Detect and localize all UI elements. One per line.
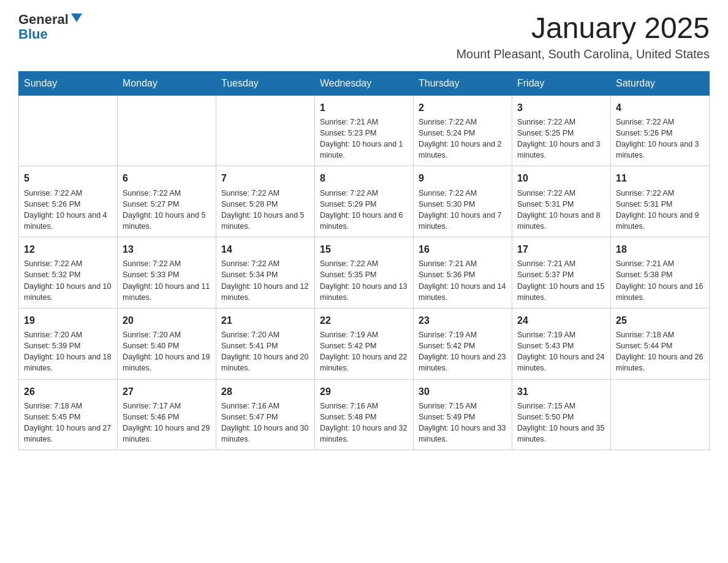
week-row-4: 19Sunrise: 7:20 AM Sunset: 5:39 PM Dayli… — [19, 308, 710, 379]
day-info: Sunrise: 7:22 AM Sunset: 5:24 PM Dayligh… — [419, 118, 502, 159]
day-cell: 23Sunrise: 7:19 AM Sunset: 5:42 PM Dayli… — [414, 308, 512, 379]
day-cell — [118, 95, 216, 166]
day-cell: 4Sunrise: 7:22 AM Sunset: 5:26 PM Daylig… — [611, 95, 710, 166]
month-title: January 2025 — [456, 12, 710, 45]
header-wednesday: Wednesday — [315, 71, 414, 95]
day-cell: 12Sunrise: 7:22 AM Sunset: 5:32 PM Dayli… — [19, 237, 118, 308]
day-number: 20 — [123, 313, 211, 327]
day-number: 31 — [517, 385, 605, 399]
day-number: 25 — [616, 313, 704, 327]
day-number: 15 — [320, 242, 408, 256]
day-number: 26 — [24, 385, 112, 399]
day-info: Sunrise: 7:17 AM Sunset: 5:46 PM Dayligh… — [123, 402, 210, 443]
day-number: 24 — [517, 313, 605, 327]
day-info: Sunrise: 7:22 AM Sunset: 5:31 PM Dayligh… — [616, 189, 699, 231]
day-info: Sunrise: 7:19 AM Sunset: 5:42 PM Dayligh… — [320, 331, 407, 372]
day-cell: 28Sunrise: 7:16 AM Sunset: 5:47 PM Dayli… — [216, 379, 315, 450]
day-cell: 7Sunrise: 7:22 AM Sunset: 5:28 PM Daylig… — [216, 166, 315, 237]
day-info: Sunrise: 7:22 AM Sunset: 5:33 PM Dayligh… — [123, 259, 210, 301]
day-cell: 9Sunrise: 7:22 AM Sunset: 5:30 PM Daylig… — [414, 166, 512, 237]
day-cell: 2Sunrise: 7:22 AM Sunset: 5:24 PM Daylig… — [414, 95, 512, 166]
day-cell: 25Sunrise: 7:18 AM Sunset: 5:44 PM Dayli… — [611, 308, 710, 379]
day-cell: 13Sunrise: 7:22 AM Sunset: 5:33 PM Dayli… — [118, 237, 216, 308]
day-number: 8 — [320, 171, 408, 185]
header-saturday: Saturday — [611, 71, 710, 95]
day-info: Sunrise: 7:20 AM Sunset: 5:41 PM Dayligh… — [221, 331, 308, 372]
header-friday: Friday — [512, 71, 611, 95]
day-info: Sunrise: 7:21 AM Sunset: 5:37 PM Dayligh… — [517, 259, 604, 301]
day-number: 29 — [320, 385, 408, 399]
day-number: 21 — [221, 313, 309, 327]
day-number: 10 — [517, 171, 605, 185]
day-info: Sunrise: 7:16 AM Sunset: 5:47 PM Dayligh… — [221, 402, 308, 443]
day-info: Sunrise: 7:20 AM Sunset: 5:40 PM Dayligh… — [123, 331, 210, 372]
week-row-3: 12Sunrise: 7:22 AM Sunset: 5:32 PM Dayli… — [19, 237, 710, 308]
day-info: Sunrise: 7:22 AM Sunset: 5:32 PM Dayligh… — [24, 259, 111, 301]
week-row-1: 1Sunrise: 7:21 AM Sunset: 5:23 PM Daylig… — [19, 95, 710, 166]
day-cell: 29Sunrise: 7:16 AM Sunset: 5:48 PM Dayli… — [315, 379, 414, 450]
day-info: Sunrise: 7:22 AM Sunset: 5:34 PM Dayligh… — [221, 259, 308, 301]
day-cell: 5Sunrise: 7:22 AM Sunset: 5:26 PM Daylig… — [19, 166, 118, 237]
day-number: 19 — [24, 313, 112, 327]
week-row-5: 26Sunrise: 7:18 AM Sunset: 5:45 PM Dayli… — [19, 379, 710, 450]
day-number: 18 — [616, 242, 704, 256]
title-area: January 2025 Mount Pleasant, South Carol… — [456, 12, 710, 61]
day-info: Sunrise: 7:18 AM Sunset: 5:45 PM Dayligh… — [24, 402, 111, 443]
day-info: Sunrise: 7:22 AM Sunset: 5:35 PM Dayligh… — [320, 259, 407, 301]
day-cell: 19Sunrise: 7:20 AM Sunset: 5:39 PM Dayli… — [19, 308, 118, 379]
day-number: 16 — [419, 242, 507, 256]
header-sunday: Sunday — [19, 71, 118, 95]
day-info: Sunrise: 7:22 AM Sunset: 5:27 PM Dayligh… — [123, 189, 206, 231]
day-number: 27 — [123, 385, 211, 399]
day-info: Sunrise: 7:22 AM Sunset: 5:26 PM Dayligh… — [616, 118, 699, 159]
day-cell: 16Sunrise: 7:21 AM Sunset: 5:36 PM Dayli… — [414, 237, 512, 308]
day-cell: 30Sunrise: 7:15 AM Sunset: 5:49 PM Dayli… — [414, 379, 512, 450]
day-info: Sunrise: 7:21 AM Sunset: 5:36 PM Dayligh… — [419, 259, 506, 301]
day-cell: 6Sunrise: 7:22 AM Sunset: 5:27 PM Daylig… — [118, 166, 216, 237]
day-cell: 15Sunrise: 7:22 AM Sunset: 5:35 PM Dayli… — [315, 237, 414, 308]
calendar-table: SundayMondayTuesdayWednesdayThursdayFrid… — [18, 71, 710, 450]
day-info: Sunrise: 7:22 AM Sunset: 5:30 PM Dayligh… — [419, 189, 502, 231]
day-cell: 1Sunrise: 7:21 AM Sunset: 5:23 PM Daylig… — [315, 95, 414, 166]
day-cell: 22Sunrise: 7:19 AM Sunset: 5:42 PM Dayli… — [315, 308, 414, 379]
day-cell: 24Sunrise: 7:19 AM Sunset: 5:43 PM Dayli… — [512, 308, 611, 379]
day-number: 5 — [24, 171, 112, 185]
day-number: 6 — [123, 171, 211, 185]
day-number: 23 — [419, 313, 507, 327]
day-cell: 10Sunrise: 7:22 AM Sunset: 5:31 PM Dayli… — [512, 166, 611, 237]
day-cell — [216, 95, 315, 166]
logo-triangle-icon — [71, 13, 82, 22]
day-info: Sunrise: 7:19 AM Sunset: 5:43 PM Dayligh… — [517, 331, 604, 372]
day-cell: 14Sunrise: 7:22 AM Sunset: 5:34 PM Dayli… — [216, 237, 315, 308]
day-number: 12 — [24, 242, 112, 256]
day-info: Sunrise: 7:18 AM Sunset: 5:44 PM Dayligh… — [616, 331, 703, 372]
day-cell: 27Sunrise: 7:17 AM Sunset: 5:46 PM Dayli… — [118, 379, 216, 450]
day-number: 9 — [419, 171, 507, 185]
day-number: 11 — [616, 171, 704, 185]
day-number: 22 — [320, 313, 408, 327]
header-row: SundayMondayTuesdayWednesdayThursdayFrid… — [19, 71, 710, 95]
day-cell: 17Sunrise: 7:21 AM Sunset: 5:37 PM Dayli… — [512, 237, 611, 308]
logo-text-blue: Blue — [18, 27, 48, 42]
header-tuesday: Tuesday — [216, 71, 315, 95]
location-title: Mount Pleasant, South Carolina, United S… — [456, 47, 710, 61]
day-cell — [611, 379, 710, 450]
week-row-2: 5Sunrise: 7:22 AM Sunset: 5:26 PM Daylig… — [19, 166, 710, 237]
day-cell: 8Sunrise: 7:22 AM Sunset: 5:29 PM Daylig… — [315, 166, 414, 237]
day-info: Sunrise: 7:22 AM Sunset: 5:26 PM Dayligh… — [24, 189, 107, 231]
day-number: 30 — [419, 385, 507, 399]
day-number: 17 — [517, 242, 605, 256]
day-number: 3 — [517, 101, 605, 115]
day-info: Sunrise: 7:21 AM Sunset: 5:23 PM Dayligh… — [320, 118, 403, 159]
day-cell: 31Sunrise: 7:15 AM Sunset: 5:50 PM Dayli… — [512, 379, 611, 450]
header-thursday: Thursday — [414, 71, 512, 95]
day-number: 28 — [221, 385, 309, 399]
day-info: Sunrise: 7:20 AM Sunset: 5:39 PM Dayligh… — [24, 331, 111, 372]
day-cell: 3Sunrise: 7:22 AM Sunset: 5:25 PM Daylig… — [512, 95, 611, 166]
day-number: 4 — [616, 101, 704, 115]
day-info: Sunrise: 7:22 AM Sunset: 5:25 PM Dayligh… — [517, 118, 601, 159]
day-info: Sunrise: 7:15 AM Sunset: 5:49 PM Dayligh… — [419, 402, 506, 443]
header-monday: Monday — [118, 71, 216, 95]
day-cell: 21Sunrise: 7:20 AM Sunset: 5:41 PM Dayli… — [216, 308, 315, 379]
day-cell: 20Sunrise: 7:20 AM Sunset: 5:40 PM Dayli… — [118, 308, 216, 379]
